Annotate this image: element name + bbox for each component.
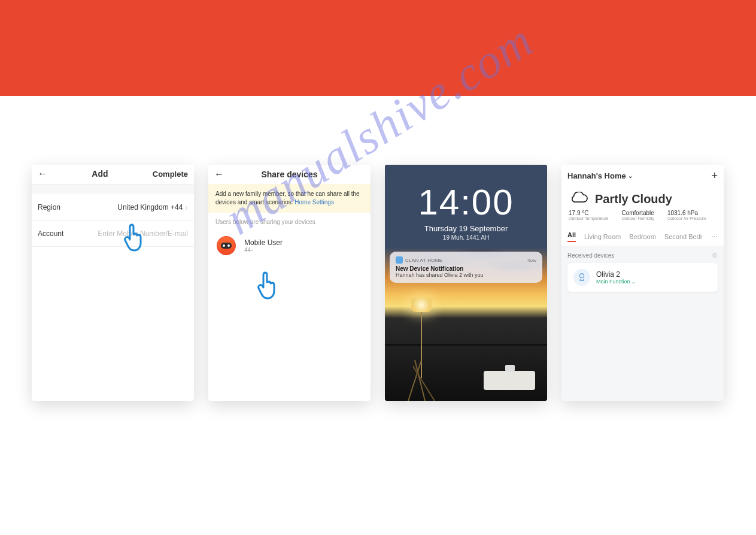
weather-title: Partly Cloudy [595, 192, 672, 206]
device-card[interactable]: Olivia 2 Main Function ⌄ [567, 263, 718, 292]
complete-button[interactable]: Complete [153, 170, 188, 179]
chevron-down-icon: ⌄ [628, 173, 633, 179]
pointer-hand-icon [122, 223, 145, 253]
screen-share-devices: ← Share devices Add a new family member,… [208, 165, 371, 401]
tab-bedroom[interactable]: Bedroom [629, 233, 656, 240]
screen-lockscreen: 14:00 Thursday 19 September 19 Muh. 1441… [385, 165, 547, 401]
gear-icon[interactable]: ⚙ [712, 252, 718, 259]
screen2-header: ← Share devices [208, 165, 371, 184]
home-settings-link[interactable]: Home Settings [294, 199, 334, 205]
weather-stats: 17.9 °C Outdoor Temperature Comfortable … [569, 210, 716, 220]
received-devices-heading: Received devices ⚙ [561, 246, 724, 263]
screen-add-member: ← Add Complete Region United Kingdom +44… [32, 165, 194, 401]
region-value: United Kingdom +44 [117, 203, 183, 211]
weather-panel[interactable]: Partly Cloudy 17.9 °C Outdoor Temperatur… [561, 187, 724, 226]
app-icon [396, 256, 403, 264]
screen1-header: ← Add Complete [32, 165, 194, 185]
notif-timestamp: now [527, 258, 536, 263]
push-notification[interactable]: CLAN AT HOME now New Device Notification… [390, 252, 542, 283]
notif-app-label: CLAN AT HOME [396, 256, 442, 264]
stat-temperature: 17.9 °C Outdoor Temperature [569, 210, 608, 220]
tip-text: Add a new family member, so that he can … [215, 191, 360, 205]
stat-humidity: Comfortable Outdoor Humidity [621, 210, 654, 220]
svg-point-0 [579, 274, 584, 278]
chevron-down-icon: ⌄ [631, 279, 636, 285]
lockscreen-time: 14:00 [385, 182, 547, 223]
device-icon [573, 269, 590, 286]
notif-title: New Device Notification [396, 265, 536, 272]
cloud-icon [569, 192, 589, 206]
tab-living-room[interactable]: Living Room [584, 233, 621, 240]
table [484, 371, 535, 390]
device-function[interactable]: Main Function ⌄ [596, 279, 636, 285]
lockscreen-date-secondary: 19 Muh. 1441 AH [385, 234, 547, 241]
back-arrow-icon[interactable]: ← [38, 168, 47, 179]
stat-pressure: 1031.6 hPa Outdoor Air Pressure [667, 210, 706, 220]
shared-user-row[interactable]: Mobile User 44- [208, 231, 371, 262]
cup [505, 365, 515, 372]
device-name: Olivia 2 [596, 270, 636, 279]
screen2-title: Share devices [261, 170, 317, 179]
dashboard-header: Hannah's Home ⌄ + [561, 165, 724, 187]
sharing-subheading: Users below are sharing your devices [208, 213, 371, 231]
floor-lamp [396, 287, 444, 401]
pointer-hand-icon [255, 271, 279, 301]
add-button[interactable]: + [711, 170, 718, 182]
notif-body: Hannah has shared Olivia 2 with you [396, 272, 536, 278]
room-tabs: All Living Room Bedroom Second Bedroom ⋯ [561, 226, 724, 246]
region-row[interactable]: Region United Kingdom +44 › [32, 194, 194, 221]
user-avatar-icon [215, 235, 237, 256]
tab-all[interactable]: All [567, 231, 576, 242]
screen1-title: Add [92, 169, 108, 179]
chevron-right-icon: › [185, 202, 188, 212]
lockscreen-date: Thursday 19 September [385, 224, 547, 233]
back-arrow-icon[interactable]: ← [214, 169, 224, 180]
tab-second-bedroom[interactable]: Second Bedroom [664, 233, 703, 240]
family-tip-banner: Add a new family member, so that he can … [208, 184, 371, 213]
account-row[interactable]: Account Enter Mobile Number/E-mail [32, 221, 194, 247]
more-tabs-icon[interactable]: ⋯ [711, 233, 718, 241]
region-label: Region [38, 203, 60, 211]
home-selector[interactable]: Hannah's Home ⌄ [567, 171, 633, 180]
page-banner [0, 0, 756, 96]
user-phone: 44- [244, 247, 283, 253]
account-label: Account [38, 229, 63, 238]
user-name: Mobile User [244, 238, 283, 247]
screen-home-dashboard: Hannah's Home ⌄ + Partly Cloudy 17.9 °C … [561, 165, 724, 401]
screens-row: ← Add Complete Region United Kingdom +44… [0, 96, 756, 401]
